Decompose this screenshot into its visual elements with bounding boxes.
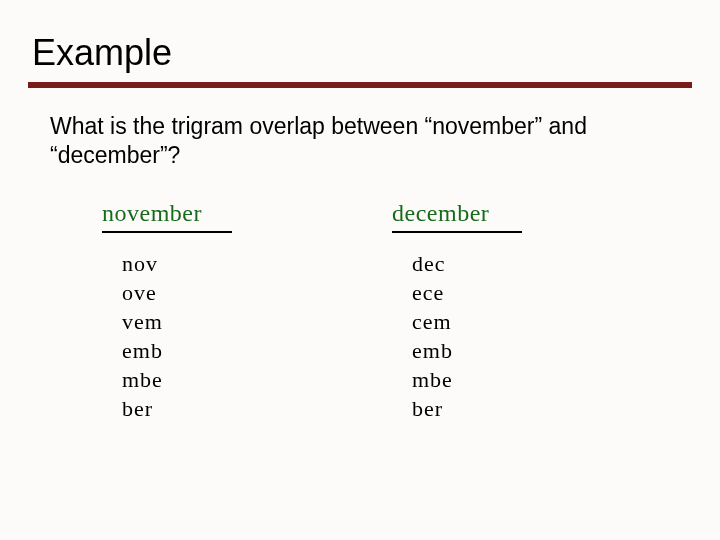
trigram-list-left: nov ove vem emb mbe ber bbox=[122, 251, 163, 422]
slide-title: Example bbox=[32, 32, 692, 74]
column-right: december dec ece cem emb mbe ber bbox=[392, 200, 522, 422]
trigram-item: ber bbox=[412, 396, 453, 422]
trigram-item: mbe bbox=[122, 367, 163, 393]
word-underline-right bbox=[392, 231, 522, 233]
word-underline-left bbox=[102, 231, 232, 233]
trigram-item: ece bbox=[412, 280, 453, 306]
trigram-item: vem bbox=[122, 309, 163, 335]
word-label-left: november bbox=[102, 200, 202, 227]
trigram-item: ber bbox=[122, 396, 163, 422]
trigram-item: cem bbox=[412, 309, 453, 335]
trigram-item: emb bbox=[122, 338, 163, 364]
trigram-item: mbe bbox=[412, 367, 453, 393]
word-label-right: december bbox=[392, 200, 489, 227]
trigram-list-right: dec ece cem emb mbe ber bbox=[412, 251, 453, 422]
trigram-item: emb bbox=[412, 338, 453, 364]
question-text: What is the trigram overlap between “nov… bbox=[50, 112, 652, 170]
trigram-item: ove bbox=[122, 280, 163, 306]
columns-container: november nov ove vem emb mbe ber decembe… bbox=[102, 200, 692, 422]
slide: Example What is the trigram overlap betw… bbox=[0, 0, 720, 422]
trigram-item: nov bbox=[122, 251, 163, 277]
trigram-item: dec bbox=[412, 251, 453, 277]
title-underline bbox=[28, 82, 692, 88]
column-left: november nov ove vem emb mbe ber bbox=[102, 200, 232, 422]
